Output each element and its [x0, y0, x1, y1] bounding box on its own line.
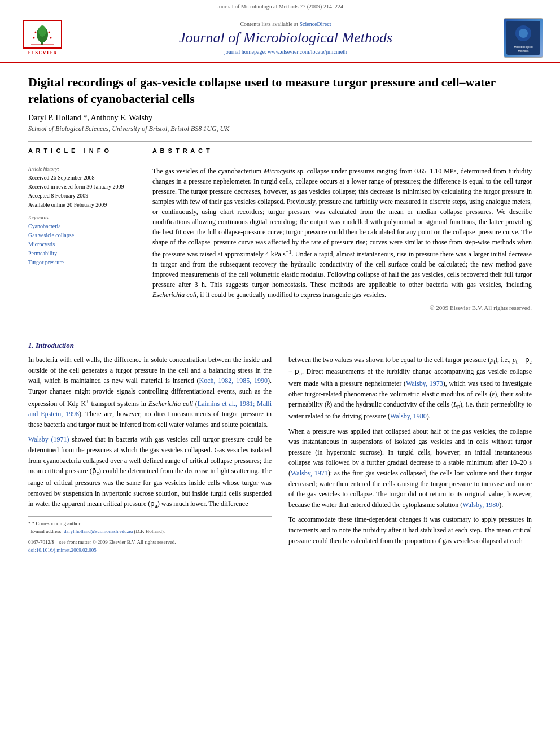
ref-walsby-1980b[interactable]: Walsby, 1980	[462, 501, 499, 509]
body-content: 1. Introduction In bacteria with cell wa…	[0, 322, 560, 565]
svg-point-4	[35, 32, 37, 33]
main-content: Digital recordings of gas-vesicle collap…	[0, 63, 560, 322]
body-left-col: In bacteria with cell walls, the differe…	[28, 355, 272, 554]
keyword-5[interactable]: Turgor pressure	[28, 259, 141, 267]
body-para-2: Walsby (1971) showed that in bacteria wi…	[28, 434, 272, 510]
ref-walsby-1980[interactable]: Walsby, 1980	[390, 412, 427, 420]
body-para-1: In bacteria with cell walls, the differe…	[28, 355, 272, 430]
divider-abstract	[152, 160, 532, 160]
journal-title-center: Contents lists available at ScienceDirec…	[68, 21, 504, 55]
ref-koch[interactable]: Koch, 1982, 1985, 1990	[199, 377, 268, 385]
article-title: Digital recordings of gas-vesicle collap…	[28, 75, 532, 107]
keyword-2[interactable]: Gas vesicle collapse	[28, 231, 141, 239]
keyword-4[interactable]: Permeability	[28, 250, 141, 257]
svg-point-7	[50, 37, 52, 39]
affiliation: School of Biological Sciences, Universit…	[28, 125, 532, 133]
sciencedirect-link[interactable]: ScienceDirect	[299, 21, 331, 27]
email-note: E-mail address: daryl.holland@sci.monash…	[28, 528, 272, 536]
journal-thumbnail: Microbiological Methods	[504, 18, 543, 58]
sciencedirect-line: Contents lists available at ScienceDirec…	[68, 21, 504, 27]
ref-walsby-1971b[interactable]: Walsby, 1971	[291, 469, 328, 477]
issn-note: 0167-7012/$ – see front matter © 2009 El…	[28, 539, 272, 547]
keywords-label: Keywords:	[28, 215, 141, 220]
journal-homepage: journal homepage: www.elsevier.com/locat…	[68, 49, 504, 55]
corresponding-author-note: * * Corresponding author.	[28, 520, 272, 528]
body-right-col: between the two values was shown to be e…	[288, 355, 532, 554]
svg-text:Methods: Methods	[518, 49, 529, 53]
accepted-date: Accepted 8 February 2009	[28, 192, 141, 200]
doi-note[interactable]: doi:10.1016/j.mimet.2009.02.005	[28, 547, 272, 554]
journal-cover-icon: Microbiological Methods	[506, 21, 540, 55]
footer-note: * * Corresponding author. E-mail address…	[28, 516, 272, 554]
page: Journal of Microbiological Methods 77 (2…	[0, 0, 560, 747]
elsevier-logo: ELSEVIER	[17, 20, 68, 55]
author-email[interactable]: daryl.holland@sci.monash.edu.au	[64, 528, 133, 534]
journal-name: Journal of Microbiological Methods	[68, 29, 504, 46]
body-para-3: between the two values was shown to be e…	[288, 355, 532, 421]
svg-point-2	[38, 25, 46, 37]
ref-walsby-1971[interactable]: Walsby (1971)	[28, 435, 69, 443]
abstract-text: The gas vesicles of the cyanobacterium M…	[152, 166, 532, 300]
journal-header: ELSEVIER Contents lists available at Sci…	[0, 12, 560, 63]
svg-text:Microbiological: Microbiological	[514, 45, 532, 49]
journal-meta-text: Journal of Microbiological Methods 77 (2…	[217, 3, 343, 10]
body-para-5: To accommodate these time-dependent chan…	[288, 514, 532, 546]
keyword-1[interactable]: Cyanobacteria	[28, 222, 141, 230]
article-info-left: A R T I C L E I N F O Article history: R…	[28, 147, 141, 311]
revised-date: Received in revised form 30 January 2009	[28, 183, 141, 191]
elsevier-label: ELSEVIER	[27, 50, 58, 55]
online-date: Available online 20 February 2009	[28, 201, 141, 209]
svg-point-5	[49, 32, 50, 33]
body-divider	[28, 333, 532, 333]
abstract-label: A B S T R A C T	[152, 147, 532, 154]
journal-meta-bar: Journal of Microbiological Methods 77 (2…	[0, 0, 560, 12]
article-info-label: A R T I C L E I N F O	[28, 147, 141, 154]
body-two-col: In bacteria with cell walls, the differe…	[28, 355, 532, 554]
copyright: © 2009 Elsevier B.V. All rights reserved…	[152, 304, 532, 311]
svg-point-10	[519, 29, 528, 38]
authors: Daryl P. Holland *, Anthony E. Walsby	[28, 113, 532, 123]
divider-1	[28, 141, 532, 142]
ref-walsby-1973[interactable]: Walsby, 1973	[406, 379, 443, 387]
article-info-section: A R T I C L E I N F O Article history: R…	[28, 147, 532, 311]
svg-point-6	[33, 37, 35, 39]
elsevier-logo-box	[23, 20, 62, 49]
received-date: Received 26 September 2008	[28, 174, 141, 182]
body-para-4: When a pressure was applied that collaps…	[288, 426, 532, 510]
section-1-heading: 1. Introduction	[28, 341, 532, 350]
history-label: Article history:	[28, 166, 141, 172]
abstract-section: A B S T R A C T The gas vesicles of the …	[152, 147, 532, 311]
divider-article-info	[28, 160, 141, 160]
keyword-3[interactable]: Microcystis	[28, 241, 141, 248]
elsevier-tree-icon	[25, 22, 59, 47]
